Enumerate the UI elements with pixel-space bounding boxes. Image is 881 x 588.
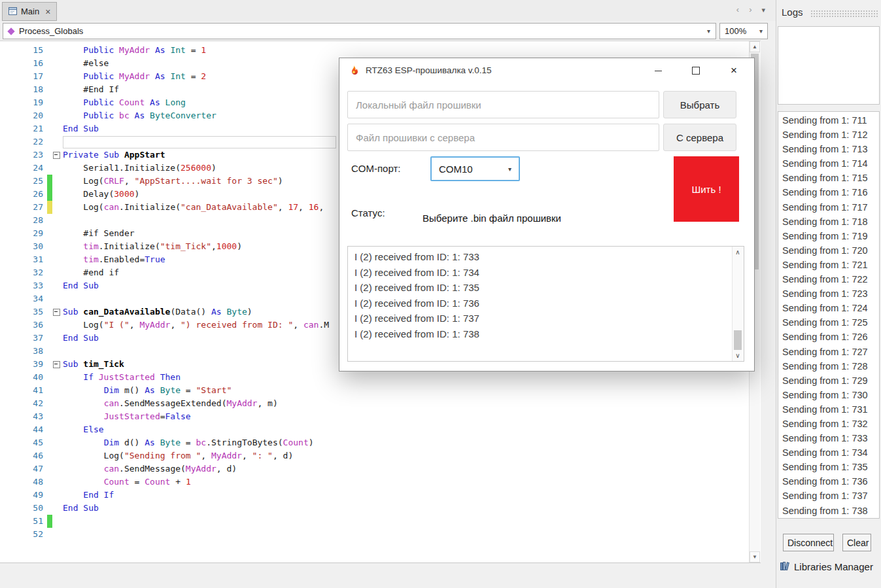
listbox-row[interactable]: I (2) received from ID: 1: 736 xyxy=(348,296,744,311)
line-number: 35 xyxy=(4,305,47,319)
code-token: , xyxy=(242,451,252,460)
collapse-minus-icon[interactable] xyxy=(53,152,60,159)
tab-close-icon[interactable]: × xyxy=(45,7,50,17)
listbox-scrollbar[interactable]: ∧ ∨ xyxy=(732,247,744,361)
gutter-marker-space xyxy=(47,332,52,345)
gutter-marker-space xyxy=(47,397,52,410)
flash-button[interactable]: Шить ! xyxy=(674,156,739,222)
listbox-row[interactable]: I (2) received from ID: 1: 735 xyxy=(348,280,744,296)
code-token: ByteConverter xyxy=(150,111,216,120)
line-number: 15 xyxy=(4,44,47,57)
code-token: Public xyxy=(83,97,114,107)
code-token: m() xyxy=(119,385,145,395)
fold-margin xyxy=(52,384,63,397)
line-number: 38 xyxy=(4,345,47,358)
code-token: ) xyxy=(247,307,252,317)
line-number: 22 xyxy=(4,135,47,148)
code-text: #End If xyxy=(63,83,119,96)
fold-margin xyxy=(52,476,63,489)
line-number: 26 xyxy=(4,188,47,201)
line-number: 28 xyxy=(4,214,47,227)
log-entry: Sending from 1: 718 xyxy=(778,215,879,229)
gutter-marker-space xyxy=(47,410,52,423)
close-button[interactable]: × xyxy=(719,58,749,83)
code-line: 45 Dim d() As Byte = bc.StringToBytes(Co… xyxy=(4,436,761,449)
tab-scroll-right-icon[interactable]: › xyxy=(749,5,751,14)
code-token: 256000 xyxy=(181,163,211,173)
code-token: 1000 xyxy=(216,241,237,251)
listbox-row[interactable]: I (2) received from ID: 1: 737 xyxy=(348,311,744,326)
tab-scroll-left-icon[interactable]: ‹ xyxy=(736,5,739,14)
from-server-button[interactable]: С сервера xyxy=(663,124,736,151)
logs-list[interactable]: Sending from 1: 711Sending from 1: 712Se… xyxy=(778,111,880,519)
scroll-up-icon[interactable]: ▲ xyxy=(750,41,760,52)
code-token: ") received from ID: " xyxy=(181,320,293,330)
code-text: Public MyAddr As Int = 2 xyxy=(63,70,206,83)
code-text: Public MyAddr As Int = 1 xyxy=(63,44,206,57)
zoom-selector[interactable]: 100% ▾ xyxy=(719,23,768,39)
code-token: False xyxy=(165,411,191,421)
listbox-row[interactable]: I (2) received from ID: 1: 734 xyxy=(348,265,744,281)
gutter-marker-space xyxy=(47,109,52,122)
code-token: , xyxy=(130,320,140,330)
fold-margin xyxy=(52,96,63,109)
fold-margin xyxy=(52,502,63,515)
logs-panel-title: Logs xyxy=(782,7,803,18)
code-line: 42 can.SendMessageExtended(MyAddr, m) xyxy=(4,397,761,410)
libraries-manager-tab[interactable]: Libraries Manager xyxy=(780,561,873,572)
code-text: Dim d() As Byte = bc.StringToBytes(Count… xyxy=(63,436,314,449)
scroll-up-icon[interactable]: ∧ xyxy=(733,247,743,257)
line-number: 51 xyxy=(4,515,47,528)
code-token xyxy=(63,464,104,474)
code-token: Count xyxy=(145,477,170,487)
com-port-select[interactable]: COM10 ▾ xyxy=(430,156,520,181)
logs-filter-box[interactable] xyxy=(778,26,880,105)
local-firmware-input[interactable] xyxy=(347,91,659,118)
minimize-button[interactable] xyxy=(643,58,673,83)
code-text: Else xyxy=(63,423,104,436)
line-number: 20 xyxy=(4,109,47,122)
code-token xyxy=(150,71,155,81)
choose-file-button[interactable]: Выбрать xyxy=(663,91,736,118)
code-token xyxy=(114,45,119,55)
clear-button[interactable]: Clear xyxy=(842,534,871,551)
panel-grip[interactable] xyxy=(810,10,878,17)
code-token: ": " xyxy=(252,451,273,460)
line-number: 17 xyxy=(4,70,47,83)
listbox-row[interactable]: I (2) received from ID: 1: 738 xyxy=(348,326,744,342)
module-selector-value: Process_Globals xyxy=(19,26,83,36)
scroll-down-icon[interactable]: ▼ xyxy=(750,551,760,562)
fold-margin xyxy=(52,371,63,384)
code-token: .Initialize( xyxy=(119,202,181,212)
line-number: 46 xyxy=(4,449,47,462)
scroll-down-icon[interactable]: ∨ xyxy=(733,351,743,360)
code-token: As xyxy=(145,385,155,395)
log-entry: Sending from 1: 735 xyxy=(778,460,879,474)
code-token: Count xyxy=(119,97,145,107)
dialog-listbox[interactable]: I (2) received from ID: 1: 733I (2) rece… xyxy=(347,246,744,362)
module-selector[interactable]: Process_Globals ▾ xyxy=(3,23,716,39)
code-token: "tim_Tick" xyxy=(160,241,211,251)
scrollbar-thumb[interactable] xyxy=(734,330,742,350)
collapse-minus-icon[interactable] xyxy=(53,309,60,316)
dialog-listbox-items: I (2) received from ID: 1: 733I (2) rece… xyxy=(348,249,744,342)
gutter-marker-space xyxy=(47,83,52,96)
code-token xyxy=(63,97,83,107)
chevron-down-icon: ▾ xyxy=(707,27,710,35)
maximize-button[interactable] xyxy=(681,58,711,83)
tab-main[interactable]: Main × xyxy=(2,2,57,21)
collapse-minus-icon[interactable] xyxy=(53,361,60,368)
code-token: Dim xyxy=(104,385,119,395)
disconnect-button[interactable]: Disconnect xyxy=(783,534,834,551)
sub-icon xyxy=(7,27,14,35)
gutter-marker-space xyxy=(47,449,52,462)
code-token: Public xyxy=(83,45,114,55)
listbox-row[interactable]: I (2) received from ID: 1: 733 xyxy=(348,249,744,265)
tab-menu-icon[interactable]: ▾ xyxy=(761,5,765,14)
fold-margin xyxy=(52,188,63,201)
fold-margin xyxy=(52,436,63,449)
code-token: = xyxy=(186,45,201,55)
line-number: 44 xyxy=(4,423,47,436)
server-firmware-input[interactable] xyxy=(347,124,659,151)
code-line: 52 xyxy=(4,528,761,541)
